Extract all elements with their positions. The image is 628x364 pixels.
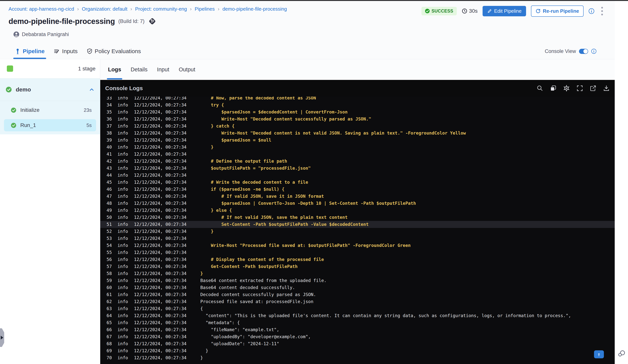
log-timestamp: 12/12/2024, 00:27:34 bbox=[134, 152, 186, 156]
log-line[interactable]: 68info12/12/2024, 00:27:34 "uploadDate":… bbox=[100, 340, 615, 347]
log-line[interactable]: 58info12/12/2024, 00:27:34} bbox=[100, 270, 615, 277]
log-line[interactable]: 37info12/12/2024, 00:27:34 } catch { bbox=[100, 123, 615, 130]
log-line[interactable]: 55info12/12/2024, 00:27:34 bbox=[100, 249, 615, 256]
log-line[interactable]: 66info12/12/2024, 00:27:34 "fileName": "… bbox=[100, 326, 615, 333]
step-duration: 23s bbox=[84, 107, 92, 113]
tab-policy-evaluations[interactable]: Policy Evaluations bbox=[87, 43, 141, 59]
log-line[interactable]: 54info12/12/2024, 00:27:34 Write-Host "P… bbox=[100, 242, 615, 249]
tab-inputs[interactable]: Inputs bbox=[54, 43, 78, 59]
console-log-viewport[interactable]: 33info12/12/2024, 00:27:34 # Now, parse … bbox=[100, 97, 615, 364]
line-number: 64 bbox=[100, 312, 112, 319]
line-number: 35 bbox=[100, 109, 112, 116]
log-line[interactable]: 39info12/12/2024, 00:27:34 $parsedJson =… bbox=[100, 137, 615, 144]
step-row-initialize[interactable]: Initialize 23s bbox=[0, 101, 100, 119]
download-icon[interactable] bbox=[603, 85, 610, 92]
log-line[interactable]: 53info12/12/2024, 00:27:34 bbox=[100, 235, 615, 242]
log-message: Write-Host "Decoded content successfully… bbox=[200, 117, 371, 122]
log-timestamp: 12/12/2024, 00:27:34 bbox=[134, 299, 186, 304]
log-line[interactable]: 36info12/12/2024, 00:27:34 Write-Host "D… bbox=[100, 116, 615, 123]
log-line[interactable]: 48info12/12/2024, 00:27:34 $parsedJson |… bbox=[100, 200, 615, 207]
console-tab-details[interactable]: Details bbox=[131, 59, 148, 80]
log-line[interactable]: 46info12/12/2024, 00:27:34 if ($parsedJs… bbox=[100, 186, 615, 193]
breadcrumb-link[interactable]: demo-pipeline-file-processing bbox=[223, 6, 287, 12]
step-name: Run_1 bbox=[20, 122, 36, 128]
chevron-up-icon[interactable] bbox=[89, 87, 94, 92]
log-timestamp: 12/12/2024, 00:27:34 bbox=[134, 243, 186, 248]
log-message: try { bbox=[200, 102, 224, 107]
support-chat-button[interactable] bbox=[617, 350, 626, 358]
pencil-icon bbox=[487, 8, 492, 13]
log-line[interactable]: 65info12/12/2024, 00:27:34 "metadata": { bbox=[100, 319, 615, 326]
console-tab-logs[interactable]: Logs bbox=[108, 59, 121, 80]
open-in-new-icon[interactable] bbox=[590, 85, 597, 92]
log-line[interactable]: 43info12/12/2024, 00:27:34 $outputFilePa… bbox=[100, 165, 615, 172]
log-line[interactable]: 34info12/12/2024, 00:27:34 try { bbox=[100, 102, 615, 109]
settings-icon[interactable] bbox=[563, 85, 570, 92]
log-message: "uploadedBy": "developer@example.com", bbox=[200, 334, 311, 339]
log-line[interactable]: 69info12/12/2024, 00:27:34 } bbox=[100, 347, 615, 354]
fullscreen-icon[interactable] bbox=[576, 85, 583, 92]
breadcrumb-link[interactable]: Organization: default bbox=[82, 6, 127, 12]
info-icon[interactable] bbox=[589, 8, 594, 14]
breadcrumb-link[interactable]: Project: community-eng bbox=[135, 6, 187, 12]
log-message: "uploadDate": "2024-12-11" bbox=[200, 341, 279, 346]
log-message: } bbox=[200, 355, 203, 360]
git-details-icon[interactable] bbox=[148, 17, 157, 26]
log-timestamp: 12/12/2024, 00:27:34 bbox=[134, 110, 186, 114]
log-line[interactable]: 45info12/12/2024, 00:27:34 # Write the d… bbox=[100, 179, 615, 186]
execution-sidebar: 1 stage demo Initialize 23s bbox=[0, 59, 100, 364]
log-level: info bbox=[118, 97, 128, 100]
log-line[interactable]: 42info12/12/2024, 00:27:34 # Define the … bbox=[100, 158, 615, 165]
step-row-run-1[interactable]: Run_1 5s bbox=[4, 119, 96, 131]
log-line[interactable]: 44info12/12/2024, 00:27:34 bbox=[100, 172, 615, 179]
line-number: 51 bbox=[100, 221, 112, 228]
log-timestamp: 12/12/2024, 00:27:34 bbox=[134, 124, 186, 129]
console-logs-title: Console Logs bbox=[105, 85, 143, 91]
log-line[interactable]: 67info12/12/2024, 00:27:34 "uploadedBy":… bbox=[100, 333, 615, 340]
log-line[interactable]: 52info12/12/2024, 00:27:34 } bbox=[100, 228, 615, 235]
log-line[interactable]: 49info12/12/2024, 00:27:34 } else { bbox=[100, 207, 615, 214]
log-line[interactable]: 41info12/12/2024, 00:27:34 bbox=[100, 151, 615, 158]
title-row: demo-pipeline-file-processing (Build Id:… bbox=[8, 17, 157, 26]
page-title: demo-pipeline-file-processing bbox=[8, 17, 115, 26]
scroll-to-top-button[interactable]: ↑ bbox=[594, 350, 604, 358]
log-line[interactable]: 35info12/12/2024, 00:27:34 $parsedJson =… bbox=[100, 109, 615, 116]
log-timestamp: 12/12/2024, 00:27:34 bbox=[134, 348, 186, 353]
stage-count: 1 stage bbox=[78, 66, 95, 72]
log-line[interactable]: 64info12/12/2024, 00:27:34 "content": "T… bbox=[100, 312, 615, 319]
rerun-pipeline-button[interactable]: Re-run Pipeline bbox=[531, 5, 584, 17]
breadcrumb-link[interactable]: Account: app-harness-ng-cicd bbox=[8, 6, 74, 12]
breadcrumb-link[interactable]: Pipelines bbox=[195, 6, 215, 12]
log-line[interactable]: 57info12/12/2024, 00:27:34 Get-Content -… bbox=[100, 263, 615, 270]
more-options-menu[interactable] bbox=[599, 6, 605, 16]
log-line[interactable]: 60info12/12/2024, 00:27:34Base64 content… bbox=[100, 284, 615, 291]
copy-icon[interactable] bbox=[550, 85, 557, 92]
log-line[interactable]: 51info12/12/2024, 00:27:34 Set-Content -… bbox=[100, 221, 615, 228]
console-tab-input[interactable]: Input bbox=[157, 59, 169, 80]
console-tab-output[interactable]: Output bbox=[179, 59, 195, 80]
log-timestamp: 12/12/2024, 00:27:34 bbox=[134, 173, 186, 178]
log-line[interactable]: 63info12/12/2024, 00:27:34{ bbox=[100, 305, 615, 312]
line-number: 54 bbox=[100, 242, 112, 249]
edit-pipeline-button[interactable]: Edit Pipeline bbox=[482, 6, 526, 16]
log-line[interactable]: 38info12/12/2024, 00:27:34 Write-Host "D… bbox=[100, 130, 615, 137]
sidebar-expander-handle[interactable] bbox=[0, 328, 4, 347]
log-timestamp: 12/12/2024, 00:27:34 bbox=[134, 194, 186, 199]
log-line[interactable]: 33info12/12/2024, 00:27:34 # Now, parse … bbox=[100, 97, 615, 102]
tab-pipeline[interactable]: Pipeline bbox=[15, 43, 45, 59]
log-line[interactable]: 50info12/12/2024, 00:27:34 # If not vali… bbox=[100, 214, 615, 221]
console-view-toggle[interactable] bbox=[579, 49, 588, 54]
console-view-info-icon[interactable] bbox=[591, 49, 597, 54]
log-line[interactable]: 40info12/12/2024, 00:27:34 } bbox=[100, 144, 615, 151]
line-number: 65 bbox=[100, 319, 112, 326]
log-line[interactable]: 61info12/12/2024, 00:27:34Decoded conten… bbox=[100, 291, 615, 298]
log-line[interactable]: 70info12/12/2024, 00:27:34} bbox=[100, 354, 615, 361]
log-message: # Display the content of the processed f… bbox=[200, 257, 324, 262]
log-level: info bbox=[118, 341, 128, 346]
log-line[interactable]: 56info12/12/2024, 00:27:34 # Display the… bbox=[100, 256, 615, 263]
log-line[interactable]: 62info12/12/2024, 00:27:34Processed file… bbox=[100, 298, 615, 305]
search-icon[interactable] bbox=[537, 85, 543, 92]
log-line[interactable]: 59info12/12/2024, 00:27:34Base64 content… bbox=[100, 277, 615, 284]
log-line[interactable]: 47info12/12/2024, 00:27:34 # If valid JS… bbox=[100, 193, 615, 200]
stage-row-demo[interactable]: demo bbox=[0, 78, 100, 101]
